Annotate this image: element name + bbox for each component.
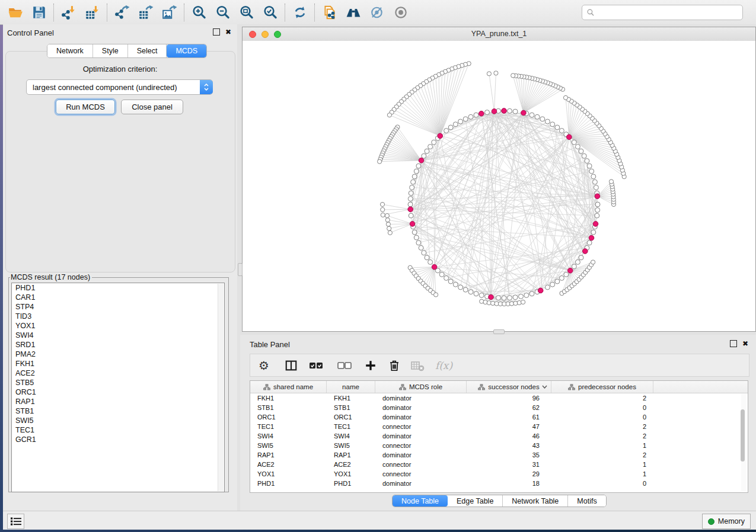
clone-network-icon[interactable]: [318, 2, 342, 23]
float-panel-icon[interactable]: [213, 28, 220, 36]
table-scrollbar-thumb[interactable]: [741, 409, 745, 462]
tab-select[interactable]: Select: [128, 44, 167, 57]
search-input[interactable]: [598, 6, 742, 19]
cell: 31: [467, 461, 551, 468]
mcds-result-item[interactable]: ORC1: [12, 387, 224, 397]
close-panel-icon[interactable]: ✖: [225, 28, 231, 36]
column-header-name[interactable]: name: [327, 381, 375, 393]
hierarchy-icon: [263, 384, 270, 390]
tab-motifs[interactable]: Motifs: [568, 495, 605, 507]
toolbar-separator: [285, 4, 286, 21]
import-table-icon[interactable]: [81, 2, 104, 23]
close-table-panel-icon[interactable]: ✖: [742, 340, 748, 347]
table-row-FKH1[interactable]: FKH1FKH1dominator962: [250, 393, 748, 403]
memory-status-icon: [708, 518, 714, 525]
hierarchy-icon: [399, 384, 406, 390]
open-folder-icon[interactable]: [4, 2, 27, 23]
cell: 96: [467, 395, 551, 402]
delete-column-icon[interactable]: [388, 357, 401, 374]
mcds-result-item[interactable]: STP4: [12, 302, 224, 312]
mcds-result-item[interactable]: PHD1: [12, 283, 224, 293]
refresh-icon[interactable]: [288, 2, 312, 23]
hide-selected-icon[interactable]: [365, 2, 389, 23]
mcds-result-item[interactable]: FKH1: [12, 359, 224, 368]
select-all-icon[interactable]: [308, 357, 324, 374]
show-all-icon[interactable]: [389, 2, 413, 23]
cell: STB1: [327, 404, 375, 411]
control-panel-title: Control Panel: [7, 28, 54, 37]
tab-network-table[interactable]: Network Table: [503, 495, 568, 507]
mcds-result-item[interactable]: GCR1: [12, 435, 224, 444]
zoom-out-icon[interactable]: [211, 2, 235, 23]
mcds-result-item[interactable]: STB5: [12, 378, 224, 387]
export-table-icon[interactable]: [134, 2, 158, 23]
table-scrollbar[interactable]: [741, 394, 747, 491]
add-column-icon[interactable]: [364, 357, 377, 374]
mcds-result-item[interactable]: RAP1: [12, 397, 224, 406]
optimization-criterion-select[interactable]: largest connected component (undirected): [26, 79, 213, 95]
toolbar-separator: [184, 4, 185, 21]
vertical-splitter-handle[interactable]: [238, 263, 243, 276]
mcds-result-group: MCDS result (17 nodes) PHD1CAR1STP4TID3Y…: [8, 273, 229, 492]
cell: 62: [467, 404, 551, 411]
column-header-MCDS-role[interactable]: MCDS role: [375, 381, 467, 393]
network-canvas[interactable]: [243, 41, 755, 331]
table-row-YOX1[interactable]: YOX1YOX1connector291: [250, 469, 748, 479]
table-row-RAP1[interactable]: RAP1RAP1dominator352: [250, 450, 748, 460]
table-row-PHD1[interactable]: PHD1PHD1dominator180: [250, 479, 748, 488]
float-table-panel-icon[interactable]: [730, 340, 737, 347]
mcds-result-item[interactable]: ACE2: [12, 368, 224, 378]
deselect-all-icon[interactable]: [337, 357, 352, 374]
save-icon[interactable]: [27, 2, 51, 23]
tab-mcds[interactable]: MCDS: [167, 44, 206, 57]
tab-network[interactable]: Network: [47, 44, 93, 57]
zoom-selected-icon[interactable]: [259, 2, 282, 23]
mcds-result-item[interactable]: TID3: [12, 312, 224, 321]
mcds-result-item[interactable]: TEC1: [12, 425, 224, 435]
run-mcds-button[interactable]: Run MCDS: [56, 100, 115, 114]
import-network-icon[interactable]: [57, 2, 81, 23]
mcds-result-item[interactable]: STB1: [12, 406, 224, 416]
column-layout-icon[interactable]: [285, 357, 298, 374]
network-window-titlebar[interactable]: YPA_prune.txt_1: [243, 27, 755, 41]
zoom-fit-icon[interactable]: [235, 2, 259, 23]
column-header-successor-nodes[interactable]: successor nodes: [467, 381, 551, 393]
memory-button[interactable]: Memory: [702, 514, 751, 529]
tab-node-table[interactable]: Node Table: [393, 495, 448, 507]
zoom-in-icon[interactable]: [187, 2, 211, 23]
cell: 0: [551, 480, 653, 487]
column-header-shared-name[interactable]: shared name: [250, 381, 327, 393]
cell: 2: [551, 432, 653, 440]
close-panel-button[interactable]: Close panel: [121, 100, 183, 114]
mcds-result-item[interactable]: PMA2: [12, 350, 224, 359]
tab-style[interactable]: Style: [93, 44, 128, 57]
mcds-result-item[interactable]: SWI4: [12, 331, 224, 340]
mcds-result-item[interactable]: SRD1: [12, 340, 224, 350]
cell: YOX1: [327, 470, 375, 477]
tab-edge-table[interactable]: Edge Table: [448, 495, 503, 507]
table-row-SWI5[interactable]: SWI5SWI5connector431: [250, 441, 748, 450]
cell: dominator: [375, 395, 467, 402]
task-history-button[interactable]: [7, 514, 24, 529]
mcds-result-item[interactable]: SWI5: [12, 416, 224, 425]
memory-label: Memory: [718, 517, 745, 525]
mcds-result-item[interactable]: CAR1: [12, 293, 224, 302]
mcds-result-item[interactable]: YOX1: [12, 321, 224, 331]
mcds-list-scrollbar[interactable]: [218, 284, 224, 491]
table-row-ACE2[interactable]: ACE2ACE2connector311: [250, 460, 748, 469]
cell: dominator: [375, 432, 467, 440]
mcds-result-list[interactable]: PHD1CAR1STP4TID3YOX1SWI4SRD1PMA2FKH1ACE2…: [11, 283, 225, 492]
export-network-icon[interactable]: [110, 2, 134, 23]
horizontal-splitter-handle[interactable]: [493, 329, 505, 334]
cell: PHD1: [250, 480, 327, 487]
export-image-icon[interactable]: [158, 2, 181, 23]
cell: dominator: [375, 480, 467, 487]
binoculars-icon[interactable]: [342, 2, 365, 23]
column-header-predecessor-nodes[interactable]: predecessor nodes: [551, 381, 653, 393]
cell: 29: [467, 470, 551, 477]
table-row-ORC1[interactable]: ORC1ORC1dominator610: [250, 412, 748, 422]
table-row-SWI4[interactable]: SWI4SWI4dominator462: [250, 431, 748, 441]
table-row-TEC1[interactable]: TEC1TEC1connector472: [250, 422, 748, 431]
settings-gear-icon[interactable]: ⚙: [259, 357, 269, 374]
table-row-STB1[interactable]: STB1STB1dominator620: [250, 403, 748, 412]
